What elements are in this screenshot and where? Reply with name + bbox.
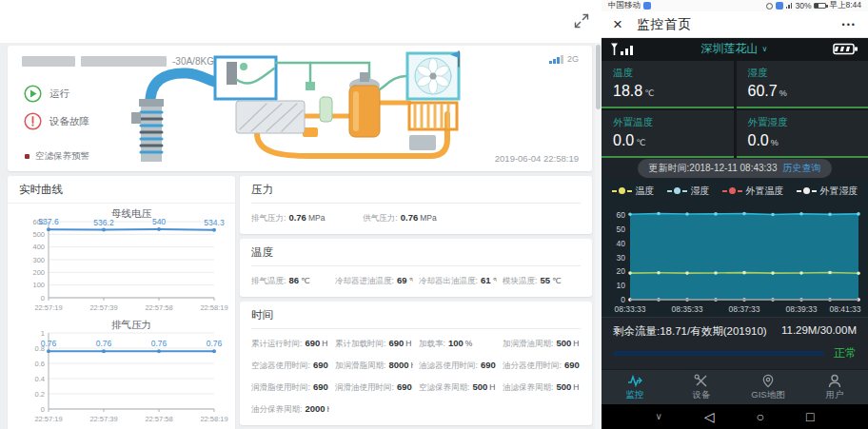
svg-text:400: 400: [32, 243, 45, 251]
metric-value: 61: [481, 275, 491, 285]
android-recents-icon[interactable]: □: [806, 410, 814, 423]
exhaust-pressure-chart[interactable]: 排气压力00.20.40.60.8122:57:1922:57:3922:57:…: [14, 320, 229, 426]
nav-item-devices[interactable]: 设备: [668, 374, 735, 401]
svg-text:30: 30: [617, 252, 626, 262]
metric-label: 冷却器出油温度:: [419, 276, 478, 285]
metric-value: 500: [556, 381, 571, 392]
metric-label: 冷却器进油温度:: [335, 276, 394, 285]
metric-label: 累计运行时间:: [251, 339, 302, 348]
metric-label: 供气压力:: [363, 213, 397, 223]
scrollbar-thumb[interactable]: [596, 45, 601, 109]
reading-card: 湿度 60.7%: [737, 61, 868, 108]
svg-text:100: 100: [32, 281, 45, 289]
maintenance-warning-label: 空滤保养预警: [35, 150, 89, 163]
metric-label: 加载率:: [419, 339, 445, 348]
metric-value: 69: [397, 275, 407, 285]
metric-value: 500: [472, 381, 487, 392]
metric-value: 500: [556, 338, 571, 348]
flow-status-badge: 正常: [834, 345, 857, 361]
svg-text:22:58:19: 22:58:19: [200, 415, 227, 423]
fullscreen-toggle-icon[interactable]: [573, 12, 590, 29]
svg-text:22:57:39: 22:57:39: [89, 415, 117, 423]
status-running-label: 运行: [49, 88, 69, 101]
battery-percent-label: 30%: [795, 1, 811, 10]
reading-card: 温度 18.8℃: [602, 61, 734, 108]
metric-unit: H: [573, 339, 579, 348]
panel-pressure-grid: 排气压力:0.76MPa供气压力:0.76MPa: [251, 204, 581, 234]
hide-nav-chevron-icon[interactable]: ∨: [655, 412, 661, 421]
svg-text:0.2: 0.2: [34, 390, 44, 399]
legend-label: 湿度: [691, 185, 710, 198]
metric-label: 模块温度:: [503, 276, 537, 285]
metric-value: 690: [388, 338, 404, 348]
flow-remaining-label: 剩余流量:18.71/有效期(201910): [613, 324, 767, 339]
svg-text:母线电压: 母线电压: [111, 208, 152, 219]
metric-field: 润滑脂使用时间:690H: [251, 381, 329, 394]
metric-field: 供气压力:0.76MPa: [363, 212, 468, 224]
panel-time-title: 时间: [251, 302, 581, 329]
history-query-link[interactable]: 历史查询: [782, 162, 820, 175]
svg-text:0.4: 0.4: [34, 375, 44, 383]
legend-item[interactable]: 外置湿度: [797, 185, 858, 198]
flow-usage-label: 11.29M/30.00M: [781, 324, 857, 339]
site-selector[interactable]: 深圳莲花山 ∨: [701, 41, 768, 57]
metric-unit: ℃: [492, 276, 497, 285]
reading-label: 温度: [613, 67, 722, 80]
panel-time: 时间 累计运行时间:690H累计加载时间:690H加载率:100%加润滑油周期:…: [240, 302, 592, 425]
reading-value: 18.8: [613, 83, 642, 99]
pc-dashboard: -30A/8KG 运行 设备故障 空滤保养预警: [0, 0, 602, 429]
svg-text:08:37:33: 08:37:33: [728, 304, 760, 314]
svg-text:0.76: 0.76: [206, 339, 222, 348]
metric-label: 空滤器使用时间:: [251, 361, 310, 370]
legend-item[interactable]: 温度: [612, 185, 655, 198]
nav-item-user[interactable]: 用户: [801, 374, 868, 401]
flow-progress-track: [613, 351, 824, 356]
reading-unit: ℃: [636, 138, 645, 147]
reading-card: 外置温度 0.0℃: [602, 110, 734, 158]
svg-text:540: 540: [151, 217, 165, 226]
metric-value: 2000: [305, 403, 325, 414]
scrollbar[interactable]: [595, 43, 602, 429]
close-icon[interactable]: ×: [613, 16, 622, 32]
svg-text:20: 20: [617, 266, 626, 276]
svg-text:22:57:58: 22:57:58: [145, 415, 172, 423]
chart-legend: 温度湿度外置温度外置湿度: [602, 179, 868, 201]
nav-item-monitor[interactable]: 监控: [602, 374, 668, 401]
metric-label: 排气压力:: [251, 213, 286, 223]
reading-value: 0.0: [613, 132, 634, 148]
more-menu-icon[interactable]: •••: [842, 20, 857, 29]
android-home-icon[interactable]: ○: [757, 410, 764, 423]
metric-label: 润滑脂使用时间:: [251, 382, 310, 392]
metric-unit: %: [465, 339, 473, 348]
metric-label: 油分保养周期:: [251, 404, 302, 414]
network-type-label: 2G: [567, 54, 579, 64]
notification-icon: [776, 2, 783, 10]
metric-field: 排气温度:86℃: [251, 275, 329, 287]
nav-item-gis-map[interactable]: GIS地图: [735, 374, 801, 401]
status-running: 运行: [24, 85, 69, 103]
update-time-label: 更新时间:2018-12-11 08:43:33: [649, 162, 778, 175]
data-flow-panel: 剩余流量:18.71/有效期(201910) 11.29M/30.00M 正常: [602, 317, 868, 369]
location-pin-icon: [760, 374, 776, 388]
metric-unit: H: [322, 339, 327, 348]
svg-text:08:41:33: 08:41:33: [829, 304, 860, 314]
metric-label: 润滑油使用时间:: [335, 382, 394, 392]
legend-item[interactable]: 外置温度: [722, 185, 784, 198]
reading-unit: %: [771, 138, 779, 147]
legend-item[interactable]: 湿度: [667, 185, 710, 198]
metric-field: 加润滑油周期:500H: [503, 338, 581, 350]
android-back-icon[interactable]: ◁: [704, 410, 715, 423]
metric-field: 润滑油使用时间:690H: [335, 381, 413, 394]
env-area-chart[interactable]: 010203040506008:33:3308:35:3308:37:3308:…: [605, 201, 864, 315]
svg-text:40: 40: [617, 239, 626, 248]
reading-label: 外置湿度: [748, 116, 858, 129]
metric-field: 排气压力:0.76MPa: [251, 212, 357, 224]
bus-voltage-chart[interactable]: 母线电压010020030040050060022:57:1922:57:392…: [14, 208, 229, 315]
play-circle-icon: [24, 85, 42, 103]
metric-field: 油分器使用时间:690H: [503, 360, 581, 372]
update-pill: 更新时间:2018-12-11 08:43:33 历史查询: [638, 159, 833, 178]
dashboard-topbar: [0, 0, 602, 43]
antenna-signal-icon: [611, 42, 636, 56]
svg-text:0.76: 0.76: [40, 339, 56, 348]
phone-statusbar: 中国移动 30% 早上8:44: [602, 0, 868, 11]
